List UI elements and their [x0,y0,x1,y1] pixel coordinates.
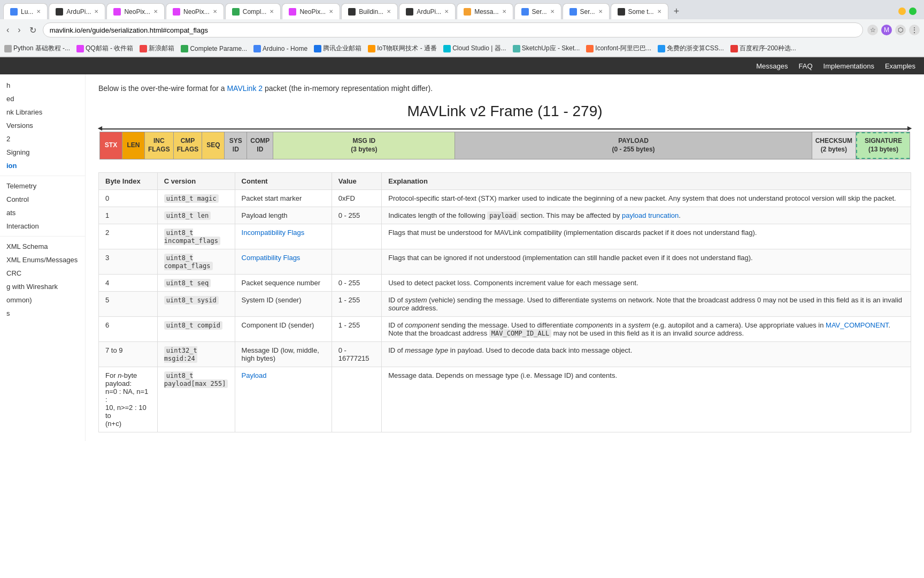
mav-component-link[interactable]: MAV_COMPONENT [826,321,889,329]
new-tab-button[interactable]: + [669,6,684,17]
tab-1[interactable]: Lu... ✕ [3,3,48,19]
tab-close[interactable]: ✕ [444,9,449,14]
tab-5[interactable]: Compl... ✕ [225,3,281,19]
sidebar-item-xml-enums[interactable]: XML Enums/Messages [0,253,85,267]
sidebar-item-h[interactable]: h [0,79,85,92]
bookmark-3[interactable]: 新浪邮箱 [140,44,174,53]
minimize-button[interactable] [898,7,906,15]
tab-11[interactable]: Ser... ✕ [563,3,610,19]
maximize-button[interactable] [909,7,917,15]
sidebar-item-s[interactable]: s [0,307,85,320]
cell-byte-index: 5 [99,292,158,317]
tab-12[interactable]: Some t... ✕ [611,3,668,19]
tab-9[interactable]: Messa... ✕ [457,3,513,19]
cell-c-version: uint8_t seq [157,275,235,292]
sidebar-item-crc[interactable]: CRC [0,267,85,280]
bookmark-4[interactable]: Complete Parame... [181,45,247,52]
back-button[interactable]: ‹ [4,23,11,37]
mavlink2-link[interactable]: MAVLink 2 [227,84,263,93]
sidebar-item-ion[interactable]: ion [0,159,85,172]
sidebar-item-xml-schema[interactable]: XML Schema [0,240,85,253]
frame-arrow-line [101,128,909,130]
col-header-c-version: C version [157,173,235,190]
cell-content: Incompatibility Flags [235,224,332,249]
bookmark-9[interactable]: SketchUp应 - Sket... [513,44,580,53]
address-bar-row: ‹ › ↻ ☆ M ⬡ ⋮ [0,19,924,41]
bookmark-5[interactable]: Arduino - Home [253,45,307,52]
tab-close[interactable]: ✕ [387,9,391,14]
sidebar-item-ed[interactable]: ed [0,92,85,105]
cell-content: Compatibility Flags [235,249,332,275]
sidebar-item-wireshark[interactable]: g with Wireshark [0,280,85,293]
tab-close[interactable]: ✕ [36,9,41,14]
cell-explanation: Flags that must be understood for MAVLin… [382,224,911,249]
address-input[interactable] [43,22,863,37]
topnav-faq[interactable]: FAQ [799,62,813,70]
bookmark-10[interactable]: Iconfont-阿里巴巴... [586,44,651,53]
tab-close[interactable]: ✕ [213,9,217,14]
bookmark-label: Cloud Studio | 器... [452,44,506,53]
cell-explanation: Used to detect packet loss. Components i… [382,275,911,292]
bookmark-11[interactable]: 免费的浙变算CSS... [658,44,724,53]
tab-close[interactable]: ✕ [270,9,274,14]
bookmark-8[interactable]: Cloud Studio | 器... [443,44,506,53]
tab-7[interactable]: Buildin... ✕ [341,3,398,19]
cell-content: Payload [235,367,332,432]
bookmark-2[interactable]: QQ邮箱 - 收件箱 [76,44,133,53]
tab-2[interactable]: ArduPi... ✕ [49,3,105,19]
sidebar-item-nk-libraries[interactable]: nk Libraries [0,105,85,119]
tab-favicon [113,8,121,16]
tab-6[interactable]: NeoPix... ✕ [282,3,340,19]
tab-close[interactable]: ✕ [153,9,158,14]
tab-close[interactable]: ✕ [329,9,333,14]
tab-close[interactable]: ✕ [94,9,98,14]
tab-4[interactable]: NeoPix... ✕ [166,3,224,19]
tab-bar: Lu... ✕ ArduPi... ✕ NeoPix... ✕ NeoPix..… [0,0,924,19]
sidebar-item-control[interactable]: Control [0,193,85,206]
bookmark-label: SketchUp应 - Sket... [522,44,580,53]
payload-link[interactable]: Payload [242,371,267,379]
cell-value [332,224,382,249]
profile-icon[interactable]: M [881,25,892,35]
tab-close[interactable]: ✕ [550,9,555,14]
bookmark-1[interactable]: Python 基础教程 -... [4,44,70,53]
forward-button[interactable]: › [16,23,22,37]
tab-3[interactable]: NeoPix... ✕ [106,3,165,19]
payload-truncation-link[interactable]: payload truncation [622,211,679,219]
compat-flags-link[interactable]: Compatibility Flags [242,254,301,262]
tab-close[interactable]: ✕ [598,9,603,14]
incompat-flags-link[interactable]: Incompatibility Flags [242,229,305,237]
settings-icon[interactable]: ⋮ [909,25,920,35]
sidebar-item-telemetry[interactable]: Telemetry [0,179,85,193]
bookmark-6[interactable]: 腾讯企业邮箱 [314,44,361,53]
cell-c-version: uint8_t len [157,207,235,224]
extensions-icon[interactable]: ⬡ [895,25,906,35]
col-header-explanation: Explanation [382,173,911,190]
tab-favicon [406,8,413,16]
intro-text-post: packet (the in-memory representation mig… [265,84,433,93]
bookmark-12[interactable]: 百度程序-200种选... [730,44,796,53]
cell-byte-index: 1 [99,207,158,224]
sidebar-item-signing[interactable]: Signing [0,146,85,159]
cell-explanation: Message data. Depends on message type (i… [382,367,911,432]
topnav-examples[interactable]: Examples [885,62,915,70]
tab-close[interactable]: ✕ [502,9,506,14]
bookmark-icon[interactable]: ☆ [867,25,878,35]
tab-10[interactable]: Ser... ✕ [514,3,561,19]
sidebar-item-versions[interactable]: Versions [0,119,85,132]
cell-content: Payload length [235,207,332,224]
sidebar-item-interaction[interactable]: Interaction [0,219,85,233]
tab-8[interactable]: ArduPi... ✕ [399,3,456,19]
reload-button[interactable]: ↻ [27,23,38,37]
byte-table: Byte Index C version Content Value Expla… [98,172,911,432]
col-header-content: Content [235,173,332,190]
table-row: 7 to 9 uint32_t msgid:24 Message ID (low… [99,342,911,367]
sidebar-item-ats[interactable]: ats [0,206,85,219]
sidebar-item-2[interactable]: 2 [0,132,85,146]
bookmark-7[interactable]: IoT物联网技术 - 通番 [368,44,437,53]
tab-close[interactable]: ✕ [657,9,661,14]
topnav-messages[interactable]: Messages [756,62,788,70]
tab-label: NeoPix... [299,8,326,16]
sidebar-item-common[interactable]: ommon) [0,293,85,307]
topnav-implementations[interactable]: Implementations [823,62,874,70]
